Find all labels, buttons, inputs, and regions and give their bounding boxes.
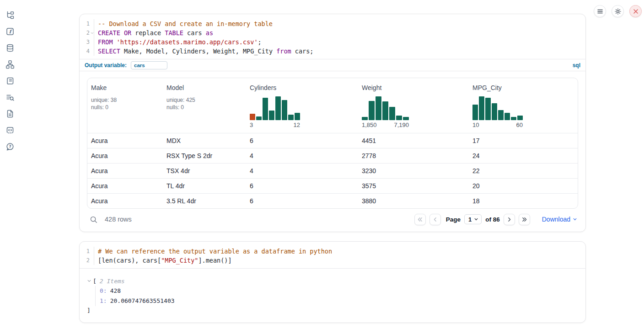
column-header-make[interactable]: Make unique: 38 nulls: 0 (87, 83, 163, 130)
help-icon[interactable]: ? (5, 142, 15, 151)
column-stat: nulls: 0 (91, 104, 159, 111)
column-title: Weight (362, 84, 465, 91)
python-code-editor[interactable]: 1 2 # We can reference the output variab… (80, 242, 585, 268)
cell-make: Acura (87, 179, 163, 193)
cell-cylinders: 6 (246, 179, 358, 193)
histogram-bar (263, 98, 268, 120)
histogram-bar (485, 98, 491, 120)
cell-make: Acura (87, 194, 163, 208)
histogram-bar (376, 96, 381, 120)
axis-max-label: 7,190 (394, 122, 409, 128)
cars-table: Make unique: 38 nulls: 0 Model unique: 4… (87, 78, 578, 209)
python-cell: 1 2 # We can reference the output variab… (79, 241, 586, 323)
cell-model: RSX Type S 2dr (163, 148, 246, 163)
datasources-icon[interactable] (5, 43, 15, 53)
histogram-bar (479, 96, 484, 120)
column-header-mpg-city[interactable]: MPG_City 1060 (469, 83, 578, 130)
scratchpad-icon[interactable] (5, 76, 15, 85)
item-index: 1: (100, 297, 107, 304)
table-row: Acura TL 4dr 6 3575 20 (87, 178, 578, 193)
table-row: Acura TSX 4dr 4 3230 22 (87, 163, 578, 178)
tree-item: 0:428 (100, 286, 578, 296)
histogram-bar (288, 115, 294, 120)
snippets-icon[interactable] (5, 126, 15, 135)
window-controls (594, 5, 642, 17)
svg-text:?: ? (9, 144, 11, 149)
page-number-select[interactable]: 1 (464, 214, 482, 224)
open-bracket: [ (93, 278, 97, 285)
table-row: Acura RSX Type S 2dr 4 2778 24 (87, 148, 578, 163)
code-line: -- Download a CSV and create an in-memor… (98, 19, 585, 28)
weight-histogram: 1,8507,190 (362, 96, 409, 128)
line-number-gutter: 1 2 3 4 (80, 19, 94, 56)
last-page-button[interactable] (519, 214, 530, 225)
cell-mpg-city: 18 (469, 194, 578, 208)
search-icon[interactable] (90, 215, 99, 224)
close-icon[interactable] (629, 5, 642, 17)
cell-mpg-city: 17 (469, 133, 578, 148)
code-line: [len(cars), cars["MPG_City"].mean()] (98, 256, 585, 265)
next-page-button[interactable] (504, 214, 515, 225)
histogram-bar (362, 117, 368, 120)
line-number-gutter: 1 2 (80, 247, 94, 265)
column-header-weight[interactable]: Weight 1,8507,190 (358, 83, 469, 130)
code-line: FROM 'https://datasets.marimo.app/cars.c… (98, 37, 585, 47)
histogram-bar (492, 103, 497, 120)
logs-icon[interactable] (5, 93, 15, 102)
axis-min-label: 10 (472, 122, 479, 128)
collapse-chevron-icon[interactable] (87, 279, 91, 283)
first-page-button[interactable] (414, 214, 426, 225)
cell-make: Acura (87, 148, 163, 163)
column-title: MPG_City (472, 84, 574, 91)
notebook-area: 1 2 3 4 -- Download a CSV and create an … (79, 0, 586, 323)
cell-cylinders: 6 (246, 194, 358, 208)
cell-make: Acura (87, 133, 163, 148)
histogram-bar (269, 111, 274, 120)
mpg-city-histogram: 1060 (472, 96, 523, 128)
histogram-bar (275, 96, 281, 120)
code-line: SELECT Make, Model, Cylinders, Weight, M… (98, 47, 585, 56)
cell-weight: 4451 (358, 133, 469, 148)
python-output-area: [ 2 Items 0:428 1:20.060747663551403 ] (80, 268, 585, 322)
axis-max-label: 12 (294, 122, 300, 128)
documentation-icon[interactable] (5, 109, 15, 118)
table-row: Acura 3.5 RL 4dr 6 3880 18 (87, 193, 578, 208)
line-number: 1 (80, 247, 94, 256)
column-header-cylinders[interactable]: Cylinders 312 (246, 83, 358, 130)
line-number: 3 (80, 37, 94, 47)
fold-chevron-icon[interactable] (91, 32, 94, 35)
axis-min-label: 1,850 (362, 122, 377, 128)
code-content: # We can reference the output variable a… (94, 247, 585, 265)
tree-items: 0:428 1:20.060747663551403 (95, 286, 578, 306)
close-bracket: ] (87, 306, 578, 315)
line-number: 4 (80, 47, 94, 56)
column-title: Cylinders (250, 84, 354, 91)
total-pages-label: of 86 (485, 216, 500, 223)
menu-icon[interactable] (594, 5, 606, 17)
histogram-bar (295, 113, 300, 120)
histogram-bar (498, 110, 504, 120)
histogram-bar (517, 116, 523, 120)
svg-text:f: f (9, 29, 13, 35)
sql-code-editor[interactable]: 1 2 3 4 -- Download a CSV and create an … (80, 14, 585, 59)
cell-make: Acura (87, 164, 163, 178)
cell-weight: 3575 (358, 179, 469, 193)
cell-model: MDX (163, 133, 246, 148)
previous-page-button[interactable] (429, 214, 441, 225)
cell-weight: 3880 (358, 194, 469, 208)
variables-icon[interactable]: f (5, 27, 15, 36)
cell-model: 3.5 RL 4dr (163, 194, 246, 208)
output-variable-input[interactable] (131, 61, 167, 69)
column-header-model[interactable]: Model unique: 425 nulls: 0 (163, 83, 246, 130)
histogram-bar (389, 107, 395, 120)
sql-cell: 1 2 3 4 -- Download a CSV and create an … (79, 14, 586, 232)
download-button[interactable]: Download (542, 216, 577, 223)
file-tree-icon[interactable] (5, 11, 15, 20)
histogram-bar (282, 100, 287, 120)
dependency-graph-icon[interactable] (5, 60, 15, 69)
download-label: Download (542, 216, 570, 223)
tree-root: [ 2 Items (87, 276, 578, 286)
settings-gear-icon[interactable] (612, 5, 624, 17)
line-number: 2 (80, 28, 94, 37)
histogram-bar (256, 116, 262, 120)
